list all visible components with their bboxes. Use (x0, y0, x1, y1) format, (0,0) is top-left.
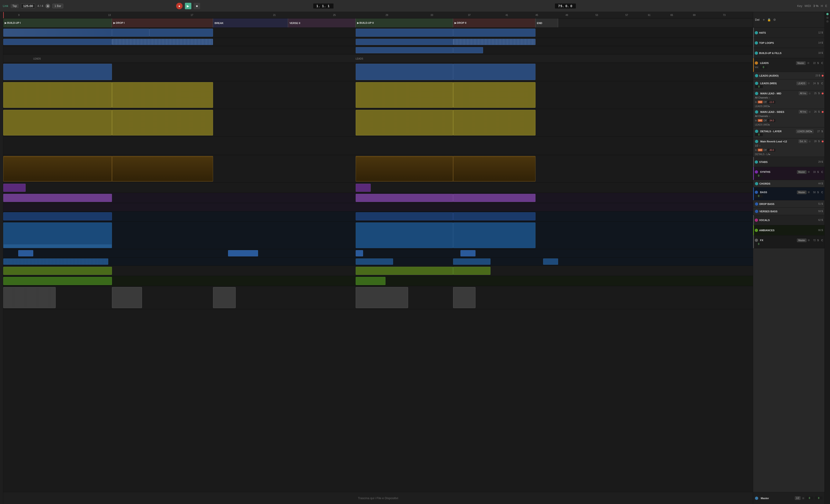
clip-bass-2[interactable] (356, 222, 453, 248)
clip-fx-4[interactable] (356, 287, 408, 308)
clip-toploop-3[interactable] (356, 39, 453, 45)
section-buildup2[interactable]: ▶ BUILD-UP II (356, 19, 453, 28)
rpt-fx-group[interactable]: FX Master 72 S C 0 (753, 235, 825, 248)
midi-label[interactable]: MIDI (805, 4, 811, 8)
clip-rev-1[interactable] (3, 156, 112, 182)
rpt-details-layer[interactable]: DETAILS - LAYER LEADS (MIDI▸ 27 S 0 (753, 127, 825, 138)
rpt-mr-s[interactable]: S (818, 140, 820, 143)
rpt-drop-bass[interactable]: DROP BASS 51 S (753, 200, 825, 208)
rpt-mls-s[interactable]: S (818, 111, 820, 113)
loop-indicator[interactable]: ◉ (45, 4, 50, 8)
rpt-synths-group[interactable]: SYNTHS Master 33 S C 0 (753, 167, 825, 180)
rpt-leads-group[interactable]: LEADS Master 22 S C Vol: 0 (753, 58, 825, 72)
rpt-top-loops[interactable]: TOP LOOPS 14 S (753, 38, 825, 48)
clip-bass-group-2[interactable] (356, 212, 453, 220)
clip-voc-2[interactable] (356, 267, 453, 275)
clip-fx-5[interactable] (453, 287, 476, 308)
clip-mls-4[interactable] (453, 110, 536, 135)
clip-vb-4[interactable] (543, 258, 558, 265)
rpt-bass-s[interactable]: S (817, 191, 819, 194)
rpt-db-s[interactable]: S (821, 202, 824, 205)
clip-vb-1[interactable] (3, 258, 108, 265)
clip-voc-3[interactable] (453, 267, 490, 275)
rpt-leads-midi[interactable]: LEADS (MIDI) LEADS 24 S C 0 (753, 80, 825, 91)
rpt-leads-s[interactable]: S (817, 62, 819, 64)
rpt-chords[interactable]: CHORDS 44 S (753, 180, 825, 187)
rpt-leads-midi-c[interactable]: C (821, 82, 824, 85)
clip-db-4[interactable] (460, 250, 476, 256)
clip-bass-group-3[interactable] (453, 212, 536, 220)
h-button[interactable]: H (821, 4, 823, 8)
rpt-dl-s[interactable]: S (821, 130, 824, 133)
clip-synths-2[interactable] (356, 194, 453, 202)
add-button[interactable]: + (763, 18, 765, 22)
clip-buildup-2[interactable] (453, 47, 483, 53)
rpt-stabs[interactable]: STABS 29 S (753, 157, 825, 167)
rpt-verses-bass[interactable]: VERSES BASS 59 S (753, 208, 825, 215)
clip-stabs-1[interactable] (3, 184, 26, 192)
section-drop1[interactable]: ▶ DROP I (112, 19, 213, 28)
clip-synths-1[interactable] (3, 194, 112, 202)
clip-hats-1[interactable] (3, 29, 112, 37)
rpt-buildup-fills[interactable]: BUILD-UP & FILLS 18 S (753, 48, 825, 58)
rpt-bass-c[interactable]: C (821, 191, 824, 194)
clip-vb-2[interactable] (356, 258, 393, 265)
rpt-vb-s[interactable]: S (821, 210, 824, 213)
section-end[interactable]: END (536, 19, 558, 28)
clip-fx-2[interactable] (112, 287, 142, 308)
clip-hats-3[interactable] (149, 29, 213, 37)
clip-mlm-3[interactable] (356, 82, 453, 108)
bpm-right-display[interactable]: 75. 0. 0 (555, 3, 576, 9)
clip-fx-1[interactable] (3, 287, 56, 308)
clip-db-2[interactable] (228, 250, 258, 256)
clip-fx-3[interactable] (213, 287, 235, 308)
rpt-ambiances-s[interactable]: S (821, 229, 824, 231)
clip-amb-1[interactable] (3, 277, 112, 285)
rpt-leads-audio[interactable]: LEADS (AUDIO) 23 S (753, 72, 825, 80)
rpt-vocals[interactable]: VOCALS 62 S (753, 215, 825, 225)
section-buildup1[interactable]: ▶ BUILD-UP I (3, 19, 112, 28)
clip-stabs-2[interactable] (356, 184, 371, 192)
rpt-leads-midi-s[interactable]: S (817, 82, 819, 85)
link-button[interactable]: Link (3, 4, 8, 8)
clip-vb-3[interactable] (453, 258, 490, 265)
transport-play[interactable]: ▶ (185, 3, 191, 9)
e-button[interactable]: E (825, 4, 827, 8)
rpt-leads-audio-s[interactable]: S (818, 74, 821, 77)
section-drop2[interactable]: ▶ DROP II (453, 19, 536, 28)
clip-la-3[interactable] (453, 64, 536, 80)
clip-db-1[interactable] (18, 250, 33, 256)
section-break[interactable]: BREAK (213, 19, 288, 28)
rpt-bass-group[interactable]: BASS Master 50 S C 0 (753, 187, 825, 200)
clip-bass-3[interactable] (453, 222, 536, 248)
rpt-chords-s[interactable]: S (821, 182, 824, 185)
transport-record[interactable]: ● (176, 3, 183, 9)
position-display[interactable]: 1. 1. 1 (313, 3, 334, 9)
clip-la-2[interactable] (356, 64, 453, 80)
clip-mls-2[interactable] (112, 110, 213, 135)
clip-mlm-4[interactable] (453, 82, 536, 108)
settings-icon[interactable]: ⚙ (773, 18, 776, 22)
rpt-fx-s[interactable]: S (817, 239, 819, 242)
rpt-ambiances[interactable]: AMBIANCES 66 S (753, 225, 825, 235)
clip-voc-1[interactable] (3, 267, 112, 275)
rpt-hats-s[interactable]: S (821, 31, 824, 34)
rpt-main-lead-sides[interactable]: MAIN LEAD - SIDES All Ins 26 S All Chann… (753, 109, 825, 127)
clip-bass-group-1[interactable] (3, 212, 112, 220)
clip-hats-4[interactable] (356, 29, 453, 37)
clip-db-3[interactable] (356, 250, 363, 256)
rpt-leads-c[interactable]: C (821, 62, 824, 64)
clip-mlm-1[interactable] (3, 82, 112, 108)
clip-mls-1[interactable] (3, 110, 112, 135)
rpt-stabs-s[interactable]: S (821, 161, 824, 163)
rpt-synths-s[interactable]: S (817, 171, 819, 173)
rpt-hats[interactable]: HATS 12 S (753, 28, 825, 38)
clip-rev-2[interactable] (112, 156, 213, 182)
clip-toploop-2[interactable] (112, 39, 213, 45)
lock-icon[interactable]: 🔒 (767, 18, 771, 22)
rpt-buildup-fills-s[interactable]: S (821, 52, 824, 54)
clip-rev-4[interactable] (453, 156, 536, 182)
rpt-synths-c[interactable]: C (821, 171, 824, 173)
tap-button[interactable]: Tap (11, 4, 19, 8)
key-label[interactable]: Key (797, 4, 802, 8)
